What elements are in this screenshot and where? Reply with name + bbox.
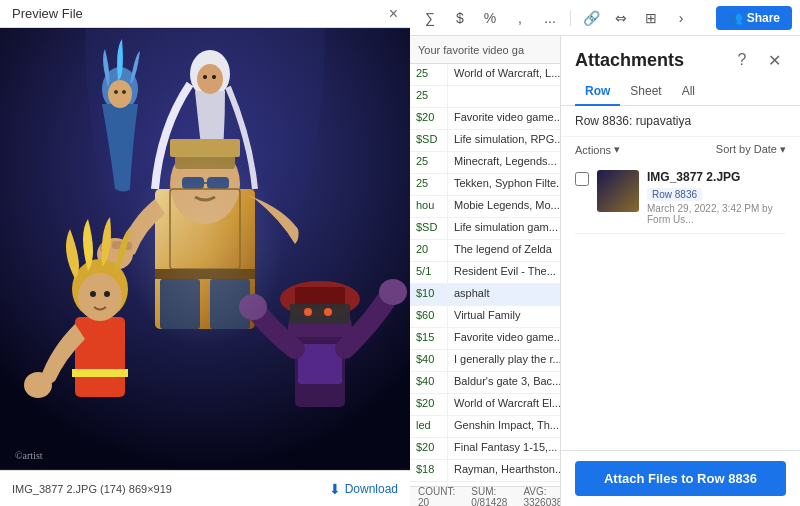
attachments-header-icons: ? ✕ xyxy=(730,48,786,72)
count-label: COUNT: 20 xyxy=(418,486,455,507)
svg-rect-35 xyxy=(290,304,350,324)
sort-chevron-icon: ▾ xyxy=(780,143,786,155)
svg-point-8 xyxy=(203,75,207,79)
price-cell: led xyxy=(410,416,448,437)
svg-point-4 xyxy=(114,90,118,94)
svg-point-9 xyxy=(212,75,216,79)
tab-sheet[interactable]: Sheet xyxy=(620,78,671,106)
share-button[interactable]: 👥 Share xyxy=(716,6,792,30)
svg-point-7 xyxy=(197,64,223,94)
svg-point-30 xyxy=(104,291,110,297)
svg-rect-27 xyxy=(72,369,128,377)
artwork-svg: ©artist xyxy=(0,28,410,470)
price-cell: $40 xyxy=(410,372,448,393)
grid-icon[interactable]: ⊞ xyxy=(639,6,663,30)
price-cell: 20 xyxy=(410,240,448,261)
price-cell: 25 xyxy=(410,152,448,173)
formula-icon[interactable]: ∑ xyxy=(418,6,442,30)
download-label: Download xyxy=(345,482,398,496)
fighting-game-artwork: ©artist xyxy=(0,28,410,470)
att-row-tag: Row 8836 xyxy=(647,188,702,201)
sum-label: SUM: 0/81428 xyxy=(471,486,507,507)
attachments-title: Attachments xyxy=(575,50,684,71)
price-cell: $SD xyxy=(410,130,448,151)
svg-point-28 xyxy=(78,273,122,321)
svg-point-41 xyxy=(379,279,407,305)
close-icon: ✕ xyxy=(768,51,781,70)
price-cell: 5/1 xyxy=(410,262,448,283)
svg-point-29 xyxy=(90,291,96,297)
svg-point-36 xyxy=(304,308,312,316)
share-icon: 👥 xyxy=(728,11,743,25)
att-footer: Attach Files to Row 8836 xyxy=(561,450,800,506)
svg-point-43 xyxy=(125,149,285,349)
separator xyxy=(570,10,571,26)
share-label: Share xyxy=(747,11,780,25)
svg-point-37 xyxy=(324,308,332,316)
status-bar: COUNT: 20 SUM: 0/81428 AVG: 3326038076 xyxy=(410,486,570,506)
dollar-icon[interactable]: $ xyxy=(448,6,472,30)
att-item-checkbox[interactable] xyxy=(575,172,589,186)
favorite-text: Your favorite video ga xyxy=(418,44,524,56)
link-icon[interactable]: 🔗 xyxy=(579,6,603,30)
att-thumbnail xyxy=(597,170,639,212)
preview-footer: IMG_3877 2.JPG (174) 869×919 ⬇ Download xyxy=(0,470,410,506)
attachments-help-button[interactable]: ? xyxy=(730,48,754,72)
download-button[interactable]: ⬇ Download xyxy=(329,481,398,497)
price-cell: $20 xyxy=(410,394,448,415)
att-actions-label: Actions xyxy=(575,144,611,156)
price-cell: $20 xyxy=(410,438,448,459)
tab-row[interactable]: Row xyxy=(575,78,620,106)
att-sort-label: Sort by Date xyxy=(716,143,777,155)
spreadsheet-area: ∑ $ % , ... 🔗 ⇔ ⊞ › 👥 Share Your favorit… xyxy=(410,0,800,506)
att-sort-button[interactable]: Sort by Date ▾ xyxy=(716,143,786,156)
attachments-header: Attachments ? ✕ xyxy=(561,36,800,72)
attachments-tabs: Row Sheet All xyxy=(561,72,800,106)
preview-title: Preview File xyxy=(12,6,83,21)
price-cell: hou xyxy=(410,196,448,217)
chevron-right-icon[interactable]: › xyxy=(669,6,693,30)
preview-panel: Preview File × xyxy=(0,0,410,506)
attachments-panel: Attachments ? ✕ Row Sheet All Row 8836: … xyxy=(560,36,800,506)
att-items-area: IMG_3877 2.JPG Row 8836 March 29, 2022, … xyxy=(561,162,800,234)
att-toolbar: Actions ▾ Sort by Date ▾ xyxy=(561,137,800,162)
comma-icon[interactable]: , xyxy=(508,6,532,30)
help-icon: ? xyxy=(738,51,747,69)
att-row-label: Row 8836: rupavatiya xyxy=(561,106,800,137)
att-item: IMG_3877 2.JPG Row 8836 March 29, 2022, … xyxy=(575,162,786,234)
svg-rect-26 xyxy=(75,317,125,397)
download-icon: ⬇ xyxy=(329,481,341,497)
price-cell: $60 xyxy=(410,306,448,327)
att-thumbnail-image xyxy=(597,170,639,212)
preview-filename: IMG_3877 2.JPG (174) 869×919 xyxy=(12,483,172,495)
tab-all[interactable]: All xyxy=(672,78,705,106)
more-icon[interactable]: ... xyxy=(538,6,562,30)
actions-chevron-icon: ▾ xyxy=(614,143,620,156)
toolbar: ∑ $ % , ... 🔗 ⇔ ⊞ › 👥 Share xyxy=(410,0,800,36)
preview-image-area: ©artist xyxy=(0,28,410,470)
price-cell: $20 xyxy=(410,108,448,129)
preview-header: Preview File × xyxy=(0,0,410,28)
attach-files-button[interactable]: Attach Files to Row 8836 xyxy=(575,461,786,496)
price-cell: $15 xyxy=(410,328,448,349)
svg-point-3 xyxy=(108,80,132,108)
expand-icon[interactable]: ⇔ xyxy=(609,6,633,30)
att-meta: March 29, 2022, 3:42 PM by Form Us... xyxy=(647,203,786,225)
price-cell: 25 xyxy=(410,174,448,195)
svg-point-5 xyxy=(122,90,126,94)
percent-icon[interactable]: % xyxy=(478,6,502,30)
price-cell: $40 xyxy=(410,350,448,371)
preview-close-button[interactable]: × xyxy=(389,6,398,22)
price-cell: $SD xyxy=(410,218,448,239)
attachments-close-button[interactable]: ✕ xyxy=(762,48,786,72)
price-cell: $10 xyxy=(410,284,448,305)
att-filename: IMG_3877 2.JPG xyxy=(647,170,786,184)
price-cell: 25 xyxy=(410,86,448,107)
price-cell: 25 xyxy=(410,64,448,85)
att-info: IMG_3877 2.JPG Row 8836 March 29, 2022, … xyxy=(647,170,786,225)
price-cell: $18 xyxy=(410,460,448,481)
svg-text:©artist: ©artist xyxy=(15,450,43,461)
att-actions-button[interactable]: Actions ▾ xyxy=(575,143,620,156)
content-area: Your favorite video ga 25World of Warcra… xyxy=(410,36,800,506)
svg-point-31 xyxy=(24,372,52,398)
